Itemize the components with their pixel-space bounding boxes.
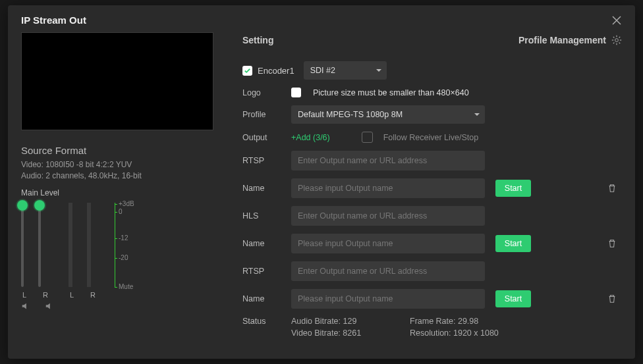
status-label: Status xyxy=(242,317,291,326)
meter-r-label: R xyxy=(90,291,96,299)
output3-url-input[interactable] xyxy=(291,261,485,281)
output1-start-button[interactable]: Start xyxy=(495,180,531,197)
status-grid: Audio Bitrate: 129 Frame Rate: 29.98 Vid… xyxy=(291,317,528,338)
db-scale: +3dB 0 -12 -20 Mute xyxy=(119,203,142,287)
follow-label: Follow Receiver Live/Stop xyxy=(383,133,479,142)
logo-checkbox[interactable] xyxy=(291,88,301,97)
profile-select[interactable]: Default MPEG-TS 1080p 8M xyxy=(291,105,485,124)
output3-name-input[interactable] xyxy=(291,289,485,309)
output2-type-label: HLS xyxy=(242,211,291,221)
output2-name-input[interactable] xyxy=(291,234,485,253)
source-video-line: Video: 1080I50 -8 bit 4:2:2 YUV xyxy=(21,160,219,169)
output3-name-label: Name xyxy=(242,294,291,303)
output1-url-input[interactable] xyxy=(291,151,485,170)
output2-start-button[interactable]: Start xyxy=(495,235,531,252)
output3-start-button[interactable]: Start xyxy=(495,290,531,307)
fader-l-label: L xyxy=(21,291,28,299)
audio-meters: LR LR +3dB 0 -12 xyxy=(21,203,219,308)
left-panel: Source Format Video: 1080I50 -8 bit 4:2:… xyxy=(21,32,219,346)
source-format-heading: Source Format xyxy=(21,145,219,156)
fader-left[interactable] xyxy=(21,203,24,287)
setting-heading: Setting xyxy=(242,35,273,45)
level-meter-right xyxy=(87,203,91,287)
gear-icon xyxy=(611,35,622,45)
status-resolution: Resolution: 1920 x 1080 xyxy=(410,328,528,338)
add-output-link[interactable]: +Add (3/6) xyxy=(291,133,330,142)
status-video-bitrate: Video Bitrate: 8261 xyxy=(291,328,410,338)
encoder-source-select[interactable]: SDI #2 xyxy=(304,61,387,80)
output3-type-label: RTSP xyxy=(242,267,291,276)
output1-name-label: Name xyxy=(242,184,291,193)
right-panel: Setting Profile Management Encoder1 SDI … xyxy=(219,32,622,346)
status-frame-rate: Frame Rate: 29.98 xyxy=(410,317,528,326)
close-icon[interactable] xyxy=(611,15,622,26)
logo-label: Logo xyxy=(242,88,291,97)
ip-stream-out-dialog: IP Stream Out Source Format Video: 1080I… xyxy=(8,5,635,359)
video-preview xyxy=(21,32,213,130)
output1-delete-icon[interactable] xyxy=(607,184,617,193)
status-audio-bitrate: Audio Bitrate: 129 xyxy=(291,317,410,326)
speaker-right-icon[interactable] xyxy=(45,301,54,311)
output2-url-input[interactable] xyxy=(291,206,485,226)
logo-hint: Picture size must be smaller than 480×64… xyxy=(313,88,469,97)
profile-management-button[interactable]: Profile Management xyxy=(518,35,622,45)
encoder1-checkbox[interactable] xyxy=(242,66,252,76)
titlebar: IP Stream Out xyxy=(8,5,635,32)
speaker-left-icon[interactable] xyxy=(21,301,30,311)
level-meter-left xyxy=(69,203,72,287)
source-audio-line: Audio: 2 channels, 48.0kHz, 16-bit xyxy=(21,171,219,180)
meter-l-label: L xyxy=(69,291,75,299)
fader-r-label: R xyxy=(42,291,49,299)
output2-delete-icon[interactable] xyxy=(607,239,617,248)
main-level-label: Main Level xyxy=(21,188,219,197)
output2-name-label: Name xyxy=(242,239,291,248)
svg-point-0 xyxy=(615,39,619,42)
profile-label: Profile xyxy=(242,110,291,119)
fader-right[interactable] xyxy=(38,203,41,287)
output1-name-input[interactable] xyxy=(291,178,485,198)
dialog-title: IP Stream Out xyxy=(21,14,86,26)
encoder1-label: Encoder1 xyxy=(258,66,294,76)
output3-delete-icon[interactable] xyxy=(607,294,617,303)
output1-type-label: RTSP xyxy=(242,156,291,165)
output-label: Output xyxy=(242,133,291,142)
follow-checkbox[interactable] xyxy=(362,132,373,143)
